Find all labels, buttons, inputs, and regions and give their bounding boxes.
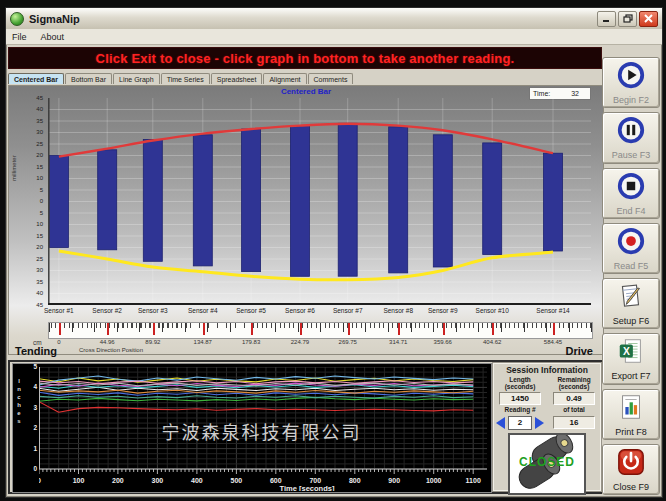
ruler-sensor-tick: [153, 323, 155, 335]
svg-text:900: 900: [388, 477, 400, 484]
watermark-text: 宁波森泉科技有限公司: [162, 418, 362, 444]
nip-y-tick-label: 20: [13, 244, 43, 250]
reading-number-label: Reading #: [493, 406, 547, 413]
tab-bottom-bar[interactable]: Bottom Bar: [65, 73, 112, 84]
read-f5-button[interactable]: Read F5: [602, 223, 660, 274]
tab-comments[interactable]: Comments: [308, 73, 354, 84]
chart-title: Centered Bar: [9, 87, 603, 96]
setup-f6-button[interactable]: Setup F6: [602, 278, 660, 329]
notice-text: Click Exit to close - click graph in bot…: [96, 51, 515, 66]
ruler-sensor-tick: [398, 323, 400, 335]
minimize-icon[interactable]: [597, 11, 616, 27]
remaining-value: 0.49: [553, 392, 595, 405]
nip-y-tick-label: 15: [13, 233, 43, 239]
session-length-remaining: Length(seconds) 1450 Remaining(seconds) …: [493, 376, 601, 405]
drive-label: Drive: [565, 345, 593, 357]
trend-graph[interactable]: Inches 012345 01002003004005006007008009…: [12, 363, 492, 493]
svg-text:0: 0: [39, 477, 41, 484]
ruler-sensor-tick: [553, 323, 555, 335]
remaining-label: Remaining(seconds): [547, 376, 601, 390]
nip-y-tick-label: 40: [13, 290, 43, 296]
nip-y-tick-label: 10: [13, 221, 43, 227]
sensor-label: Sensor #14: [536, 307, 569, 314]
menu-bar: File About: [6, 29, 662, 45]
ruler-major-ticks: [49, 323, 592, 332]
position-ruler: [48, 322, 593, 339]
trend-y-tick-label: 3: [25, 404, 37, 411]
nip-y-tick-label: 40: [13, 106, 43, 112]
svg-text:400: 400: [191, 477, 203, 484]
export-f7-button[interactable]: XExport F7: [602, 333, 660, 384]
close-icon[interactable]: [639, 11, 658, 27]
title-bar[interactable]: SigmaNip: [6, 8, 662, 30]
nip-y-tick-label: 30: [13, 129, 43, 135]
play-icon: [616, 60, 646, 94]
screen: SigmaNip File About Click Exit to close …: [0, 0, 666, 501]
app-window: SigmaNip File About Click Exit to close …: [5, 7, 663, 498]
sensor-label: Sensor #10: [476, 307, 509, 314]
pause-f3-button[interactable]: Pause F3: [602, 112, 660, 163]
nip-y-tick-label: 0: [13, 198, 43, 204]
button-label: End F4: [616, 206, 645, 216]
nip-status-badge: CLOSED: [510, 455, 584, 469]
trend-y-tick-label: 2: [25, 424, 37, 431]
notepad-icon: [616, 281, 646, 315]
tending-label: Tending: [15, 345, 57, 357]
button-label: Setup F6: [613, 316, 650, 326]
nip-y-tick-label: 30: [13, 267, 43, 273]
svg-text:1000: 1000: [426, 477, 442, 484]
menu-file[interactable]: File: [12, 32, 27, 42]
tab-line-graph[interactable]: Line Graph: [113, 73, 160, 84]
trend-y-tick-label: 4: [25, 383, 37, 390]
print-chart-icon: [616, 392, 646, 426]
svg-text:700: 700: [309, 477, 321, 484]
nip-y-tick-label: 5: [13, 210, 43, 216]
svg-text:600: 600: [270, 477, 282, 484]
nip-chart-panel: Centered Bar Time: 32 millimeter 4540353…: [8, 85, 604, 355]
app-icon: [10, 12, 24, 26]
tab-alignment[interactable]: Alignment: [263, 73, 306, 84]
svg-text:200: 200: [112, 477, 124, 484]
restore-icon[interactable]: [618, 11, 637, 27]
previous-reading-arrow-icon[interactable]: [496, 417, 505, 429]
menu-about[interactable]: About: [41, 32, 65, 42]
print-f8-button[interactable]: Print F8: [602, 389, 660, 440]
end-f4-button[interactable]: End F4: [602, 168, 660, 219]
nip-y-tick-label: 35: [13, 279, 43, 285]
sensor-label: Sensor #5: [236, 307, 266, 314]
button-label: Begin F2: [613, 95, 649, 105]
tab-spreadsheet[interactable]: Spreadsheet: [211, 73, 263, 84]
sensor-label: Sensor #1: [44, 307, 74, 314]
button-label: Close F9: [613, 482, 649, 492]
begin-f2-button[interactable]: Begin F2: [602, 57, 660, 108]
button-label: Print F8: [615, 427, 647, 437]
trend-y-tick-label: 5: [25, 363, 37, 370]
sensor-label: Sensor #8: [383, 307, 413, 314]
notice-banner: Click Exit to close - click graph in bot…: [8, 47, 602, 69]
nip-y-tick-label: 25: [13, 256, 43, 262]
session-reading-total: Reading # of total: [493, 406, 601, 413]
session-info-panel: Session Information Length(seconds) 1450…: [492, 362, 602, 492]
session-title: Session Information: [493, 365, 601, 375]
excel-icon: X: [616, 336, 646, 370]
action-button-column: Begin F2Pause F3End F4Read F5Setup F6XEx…: [602, 57, 660, 495]
tab-centered-bar[interactable]: Centered Bar: [8, 73, 64, 84]
ruler-sensor-tick: [107, 323, 109, 335]
ruler-sensor-tick: [59, 323, 61, 335]
ruler-sensor-tick: [203, 323, 205, 335]
nip-bar-svg: [48, 98, 591, 305]
next-reading-arrow-icon[interactable]: [535, 417, 544, 429]
svg-text:300: 300: [152, 477, 164, 484]
sensor-label: Sensor #9: [428, 307, 458, 314]
trend-y-tick-label: 0: [25, 465, 37, 472]
close-f9-button[interactable]: Close F9: [602, 444, 660, 495]
trend-y-axis-label: Inches: [16, 378, 22, 426]
trend-section: Inches 012345 01002003004005006007008009…: [8, 360, 602, 494]
time-value: 32: [571, 90, 579, 97]
pause-icon: [616, 115, 646, 149]
tab-time-series[interactable]: Time Series: [161, 73, 210, 84]
nip-bar-plot: [48, 98, 591, 305]
sensor-label: Sensor #3: [138, 307, 168, 314]
length-value: 1450: [499, 392, 541, 405]
nip-y-axis-ticks: 45403530252015105051015202530354045: [9, 98, 45, 305]
